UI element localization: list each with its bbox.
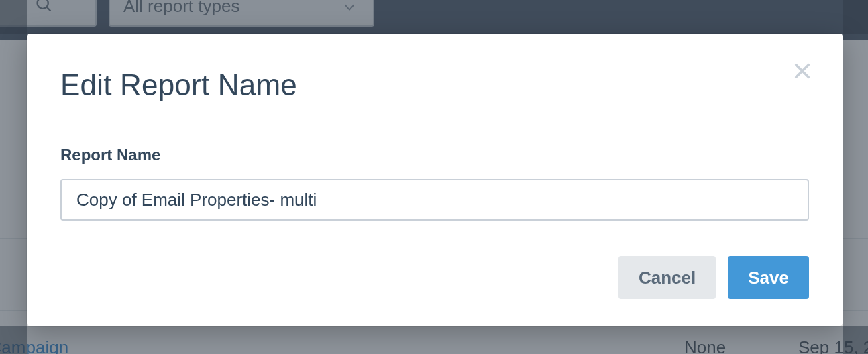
- edit-report-name-modal: Edit Report Name Report Name Cancel Save: [27, 34, 843, 326]
- close-icon: [793, 62, 812, 83]
- report-name-input[interactable]: [60, 179, 809, 221]
- cancel-button[interactable]: Cancel: [618, 256, 716, 299]
- date-cell: Sep 15, 2: [798, 337, 868, 355]
- select-label: All report types: [123, 0, 239, 17]
- divider: [60, 121, 809, 121]
- report-link[interactable]: nt by Campaign: [0, 337, 68, 355]
- none-cell: None: [684, 337, 726, 355]
- chevron-down-icon: [342, 0, 357, 19]
- search-icon: [35, 0, 54, 17]
- field-label: Report Name: [60, 145, 809, 164]
- save-button[interactable]: Save: [728, 256, 809, 299]
- modal-footer: Cancel Save: [618, 256, 809, 299]
- svg-line-1: [47, 7, 51, 11]
- close-button[interactable]: [790, 60, 814, 84]
- modal-title: Edit Report Name: [60, 68, 809, 102]
- search-button[interactable]: [0, 0, 97, 27]
- report-type-select[interactable]: All report types: [109, 0, 374, 27]
